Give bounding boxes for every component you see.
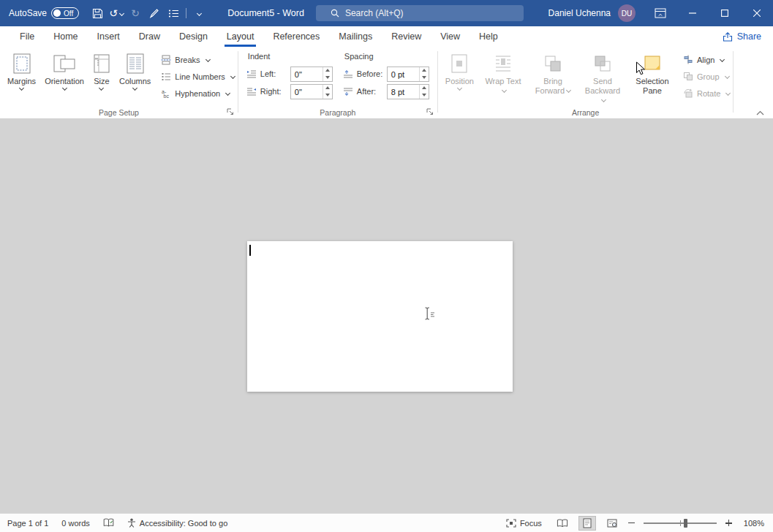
group-label-arrange: Arrange [438, 108, 734, 117]
tab-mailings[interactable]: Mailings [329, 26, 382, 47]
ribbon-display-options-button[interactable] [644, 0, 676, 26]
breaks-icon [161, 55, 171, 65]
avatar-initials: DU [622, 10, 632, 18]
avatar[interactable]: DU [618, 4, 636, 22]
autosave-toggle[interactable]: Off [51, 7, 79, 19]
group-objects-icon [683, 72, 693, 81]
print-layout-button[interactable] [578, 516, 596, 531]
word-window: AutoSave Off ↺ ↻ [0, 0, 773, 532]
close-button[interactable] [741, 0, 773, 26]
align-button[interactable]: Align [683, 53, 730, 66]
stepper-down-button[interactable] [420, 91, 429, 99]
zoom-slider[interactable] [644, 522, 717, 524]
dialog-launcher-icon [227, 108, 234, 115]
account-name[interactable]: Daniel Uchenna [548, 8, 611, 18]
indent-right-input[interactable]: 0" [290, 84, 333, 99]
web-layout-button[interactable] [603, 516, 621, 531]
tab-file[interactable]: File [10, 26, 44, 47]
indent-left-label: Left: [260, 69, 287, 78]
stepper-down-button[interactable] [420, 74, 429, 81]
chevron-down-icon [99, 86, 104, 91]
chevron-down-icon [725, 74, 730, 79]
chevron-down-icon [720, 57, 725, 62]
orientation-button[interactable]: Orientation [40, 48, 88, 93]
columns-icon [127, 50, 144, 77]
spacing-before-value[interactable]: 0 pt [388, 67, 419, 81]
indent-left-input[interactable]: 0" [290, 66, 333, 82]
page-setup-dialog-launcher[interactable] [226, 107, 235, 116]
size-button[interactable]: Size [88, 48, 115, 93]
tab-insert[interactable]: Insert [88, 26, 129, 47]
zoom-in-button[interactable] [725, 520, 732, 526]
arrange-small-buttons: Align Group R [683, 48, 730, 99]
share-button[interactable]: Share [723, 26, 761, 47]
editor-button[interactable] [145, 4, 164, 23]
window-title: Document5 - Word [227, 8, 304, 18]
stepper-up-button[interactable] [323, 85, 332, 92]
mouse-arrow-pointer-icon [636, 61, 646, 76]
triangle-up-icon [325, 86, 330, 89]
proofing-status-button[interactable] [103, 518, 114, 528]
indent-left-value[interactable]: 0" [291, 67, 323, 81]
spacing-before-input[interactable]: 0 pt [387, 66, 429, 82]
zoom-level[interactable]: 108% [744, 519, 764, 528]
chevron-down-icon [19, 86, 24, 91]
zoom-out-button[interactable] [628, 522, 635, 524]
stepper-up-button[interactable] [323, 67, 332, 75]
bring-forward-icon [543, 50, 562, 77]
line-numbers-icon [161, 72, 171, 82]
accessibility-status-button[interactable]: Accessibility: Good to go [127, 518, 227, 528]
line-numbers-button[interactable]: Line Numbers [161, 70, 234, 83]
group-divider [733, 51, 734, 113]
proofing-book-icon [103, 518, 114, 528]
stepper-down-button[interactable] [323, 91, 332, 99]
focus-mode-button[interactable]: Focus [506, 519, 542, 528]
group-label-page-setup: Page Setup [0, 108, 238, 117]
stepper-up-button[interactable] [420, 67, 429, 75]
chevron-down-icon [725, 91, 731, 96]
zoom-slider-thumb[interactable] [684, 519, 687, 528]
breaks-button[interactable]: Breaks [161, 53, 234, 66]
tab-references[interactable]: References [263, 26, 329, 47]
hyphenation-button[interactable]: a- bc Hyphenation [161, 87, 234, 99]
word-count[interactable]: 0 words [61, 519, 90, 528]
undo-button[interactable]: ↺ [107, 4, 126, 23]
tab-design[interactable]: Design [170, 26, 217, 47]
statusbar-right: Focus [506, 516, 764, 531]
page-indicator[interactable]: Page 1 of 1 [7, 519, 48, 528]
paragraph-dialog-launcher[interactable] [426, 107, 434, 116]
spacing-after-input[interactable]: 8 pt [387, 84, 429, 99]
tab-view[interactable]: View [431, 26, 470, 47]
tab-home[interactable]: Home [44, 26, 87, 47]
spacing-after-value[interactable]: 8 pt [388, 85, 419, 99]
rotate-button: Rotate [683, 87, 730, 99]
web-layout-icon [607, 519, 617, 528]
tab-layout[interactable]: Layout [217, 26, 264, 47]
triangle-up-icon [325, 69, 330, 72]
stepper-down-button[interactable] [323, 74, 332, 81]
ibeam-pointer-icon [423, 307, 435, 320]
document-page[interactable] [247, 241, 513, 392]
tab-review[interactable]: Review [382, 26, 431, 47]
collapse-ribbon-button[interactable] [756, 110, 764, 115]
save-button[interactable] [88, 4, 107, 23]
margins-button[interactable]: Margins [3, 48, 40, 93]
maximize-button[interactable] [709, 0, 741, 26]
search-box[interactable]: Search (Alt+Q) [316, 5, 524, 21]
tab-draw[interactable]: Draw [129, 26, 170, 47]
chevron-down-icon [205, 57, 211, 62]
minimize-button[interactable] [676, 0, 709, 26]
tab-help[interactable]: Help [470, 26, 508, 47]
bullet-list-button[interactable] [164, 4, 183, 23]
triangle-down-icon [422, 94, 426, 96]
bullet-list-icon [168, 9, 179, 18]
stepper-up-button[interactable] [420, 85, 429, 92]
read-mode-button[interactable] [554, 516, 571, 531]
indent-right-value[interactable]: 0" [291, 85, 323, 99]
columns-button[interactable]: Columns [115, 48, 155, 93]
redo-button[interactable]: ↻ [126, 4, 145, 23]
autosave-control[interactable]: AutoSave Off [9, 7, 79, 19]
chevron-down-icon [601, 97, 606, 102]
customize-qat-button[interactable] [189, 4, 208, 23]
chevron-down-icon [457, 86, 462, 91]
